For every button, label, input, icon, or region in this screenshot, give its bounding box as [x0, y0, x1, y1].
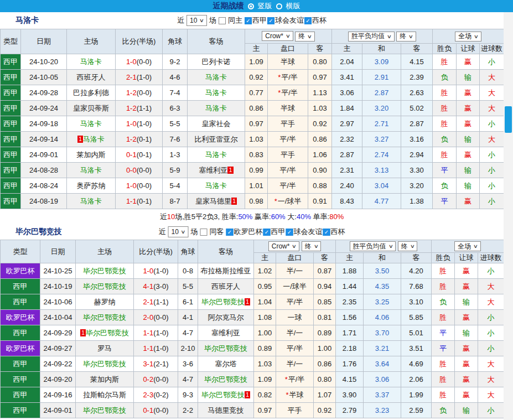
vertical-layout-radio[interactable]	[248, 3, 254, 9]
scrollbar-thumb[interactable]	[505, 106, 512, 133]
horizontal-layout-radio[interactable]	[276, 3, 282, 9]
match-row: 西甲24-09-18马洛卡1-0(1-0)5-5皇家社会0.97平手0.922.…	[1, 116, 504, 132]
team-name: 拉斯帕尔马斯	[83, 391, 126, 399]
home-team-cell: 毕尔巴鄂竞技	[76, 279, 134, 294]
summary-segment: 40%	[297, 212, 311, 221]
win-odds-cell: 2.18	[336, 341, 364, 356]
result-cell: 负	[433, 178, 457, 194]
home-team-cell: 毕尔巴鄂竞技	[76, 310, 134, 325]
col-home: 主场	[67, 29, 116, 54]
same-venue-checkbox[interactable]	[200, 229, 207, 236]
score-cell: 0-1(0-0)	[134, 403, 178, 418]
match-row: 西甲24-09-141马洛卡1-2(0-1)7-6比利亚雷亚尔1.03平/半0.…	[1, 132, 504, 147]
team-name: 毕尔巴鄂竞技	[83, 267, 126, 275]
goals-result-cell: 大	[480, 132, 504, 147]
handicap-result-cell: 输	[457, 178, 480, 194]
league-checkbox[interactable]: ✓	[226, 229, 233, 236]
score-cell: 1-1(1-0)	[134, 341, 178, 356]
recent-count-select[interactable]: 10∨	[186, 15, 207, 26]
team-name: 西班牙人	[211, 282, 240, 291]
col-score: 比分(半场)	[116, 29, 163, 54]
wdl-average-select[interactable]: 胜平负均值∨	[348, 32, 395, 42]
date-cell: 24-08-24	[21, 178, 67, 194]
league-checkbox[interactable]: ✓	[286, 229, 293, 236]
away-team-cell: 马洛卡	[188, 101, 245, 116]
team-name: 比利亚雷亚尔	[195, 135, 238, 143]
lose-odds-cell: 2.63	[401, 85, 433, 101]
draw-odds-cell: 3.04	[362, 178, 401, 194]
league-checkbox-label: 球会友谊	[275, 15, 304, 25]
score-cell: 2-1(1-1)	[134, 294, 178, 310]
league-checkbox[interactable]: ✓	[267, 17, 274, 24]
corner-cell: 6-3	[163, 101, 188, 116]
wdl-time-select[interactable]: 终∨	[396, 32, 416, 42]
scope-select[interactable]: 全场∨	[454, 241, 481, 251]
handicap-cell: *平/半	[276, 372, 314, 387]
date-cell: 24-09-24	[21, 101, 67, 116]
away-team-cell: 皇家社会	[188, 116, 245, 132]
scrollbar[interactable]	[504, 12, 513, 420]
same-venue-checkbox[interactable]	[219, 17, 226, 24]
team-name: 奥萨苏纳	[77, 182, 106, 190]
home-team-cell: 西班牙人	[67, 70, 116, 85]
odds-time-select[interactable]: 终∨	[295, 32, 315, 42]
result-cell: 胜	[433, 147, 457, 163]
away-team-cell: 比利亚雷亚尔	[188, 132, 245, 147]
team-name: 莱加内斯	[77, 151, 106, 159]
odds-company-select[interactable]: Crow*∨	[262, 31, 293, 41]
league-badge-cell: 西甲	[1, 294, 40, 310]
home-team-cell: 毕尔巴鄂竞技	[76, 356, 134, 372]
corner-cell: 5-5	[163, 116, 188, 132]
wdl-average-select[interactable]: 胜平负均值∨	[350, 241, 396, 251]
scope-select[interactable]: 全场∨	[455, 32, 481, 42]
league-badge-cell: 西甲	[1, 85, 21, 101]
odds-company-select[interactable]: Crow*∨	[268, 241, 299, 251]
home-team-cell: 莱加内斯	[67, 147, 116, 163]
draw-odds-cell: 4.77	[362, 194, 401, 209]
league-badge-cell: 西甲	[1, 132, 21, 147]
draw-odds-cell: 2.71	[362, 116, 401, 132]
corner-cell: 5-9	[163, 163, 188, 178]
win-odds-cell: 2.35	[336, 294, 364, 310]
odds-time-select[interactable]: 终∨	[302, 241, 322, 251]
odds-away-cell: 0.87	[314, 263, 336, 279]
goals-result-cell: 大	[478, 356, 504, 372]
away-team-cell: 巴列卡诺	[188, 54, 245, 70]
corner-cell: 4-7	[178, 325, 198, 341]
lose-odds-cell: 7.68	[401, 279, 432, 294]
date-cell: 24-08-28	[21, 163, 67, 178]
draw-odds-cell: 3.09	[362, 54, 401, 70]
win-odds-cell: 1.84	[332, 101, 362, 116]
home-team-cell: 1毕尔巴鄂竞技	[76, 325, 134, 341]
draw-odds-cell: 3.27	[362, 132, 401, 147]
date-cell: 24-09-27	[40, 341, 76, 356]
wdl-time-select[interactable]: 终∨	[398, 241, 418, 251]
league-checkbox[interactable]: ✓	[304, 17, 312, 24]
handicap-cell: 平手	[268, 147, 308, 163]
win-odds-cell: 4.15	[336, 372, 364, 387]
league-checkbox[interactable]: ✓	[263, 229, 270, 236]
handicap-cell: 半球	[268, 101, 308, 116]
team-name: 毕尔巴鄂竞技	[86, 329, 129, 337]
win-odds-cell: 2.79	[336, 403, 364, 418]
league-checkbox[interactable]: ✓	[323, 229, 330, 236]
win-odds-cell: 2.32	[332, 132, 362, 147]
date-cell: 24-09-20	[40, 372, 76, 387]
odds-home-cell: 0.82	[254, 387, 276, 403]
home-team-cell: 皇家贝蒂斯	[67, 101, 116, 116]
odds-home-cell: 0.95	[254, 279, 276, 294]
summary-segment: 10	[167, 212, 175, 221]
chevron-down-icon: ∨	[388, 243, 393, 249]
draw-odds-cell: 4.35	[364, 279, 401, 294]
sub-col-win: 主	[336, 253, 364, 263]
date-cell: 24-09-22	[40, 356, 76, 372]
team-name: 马洛卡	[80, 58, 102, 66]
draw-odds-cell: 3.70	[364, 325, 401, 341]
handicap-result-cell: 赢	[457, 101, 480, 116]
home-team-cell: 拉斯帕尔马斯	[76, 387, 134, 403]
lose-odds-cell: 3.30	[401, 163, 433, 178]
recent-count-select[interactable]: 10∨	[168, 226, 189, 237]
result-cell: 平	[432, 325, 455, 341]
league-checkbox[interactable]: ✓	[245, 17, 252, 24]
date-cell: 24-09-16	[40, 387, 76, 403]
